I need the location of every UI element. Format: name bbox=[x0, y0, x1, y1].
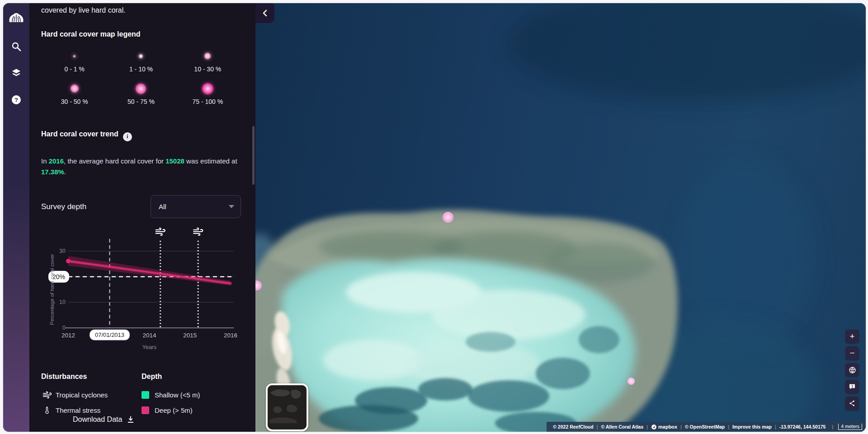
coral-icon bbox=[8, 11, 25, 24]
legend-dot bbox=[204, 53, 211, 59]
cyclone-wind-icon bbox=[41, 390, 53, 400]
survey-site-marker[interactable] bbox=[627, 378, 635, 385]
cyclone-event-icon bbox=[193, 228, 203, 235]
chevron-down-icon bbox=[229, 205, 234, 208]
mapbox-logo-icon bbox=[651, 424, 657, 430]
intro-text: covered by live hard coral. bbox=[41, 6, 126, 14]
legend-item: 30 - 50 % bbox=[41, 79, 108, 111]
map-canvas[interactable]: + − © 2022 ReefCloud|© Allen Coral Atlas… bbox=[255, 3, 866, 432]
disturbances-title: Disturbances bbox=[41, 373, 142, 381]
icon-sidebar: ? bbox=[3, 3, 29, 432]
help-icon[interactable]: ? bbox=[3, 91, 29, 109]
cyclone-event-icon bbox=[156, 228, 165, 235]
legend-dot bbox=[139, 54, 143, 58]
divider: | bbox=[775, 424, 776, 429]
zoom-out-button[interactable]: − bbox=[845, 346, 859, 360]
attribution-link[interactable]: Improve this map bbox=[732, 424, 772, 429]
svg-text:Percentage of hard coral cover: Percentage of hard coral cover bbox=[49, 254, 55, 325]
legend-item: 10 - 30 % bbox=[175, 47, 241, 78]
layers-icon[interactable] bbox=[3, 64, 29, 82]
chevron-left-icon bbox=[262, 9, 268, 17]
legend-dot bbox=[136, 84, 146, 94]
legend-range-label: 30 - 50 % bbox=[61, 98, 88, 105]
feedback-bubble-icon bbox=[849, 383, 856, 390]
legend-item: 0 - 1 % bbox=[41, 47, 108, 78]
legend-range-label: 50 - 75 % bbox=[127, 98, 155, 105]
svg-text:2014: 2014 bbox=[142, 332, 156, 339]
svg-text:2012: 2012 bbox=[61, 332, 75, 339]
survey-depth-value: All bbox=[159, 203, 166, 210]
svg-text:Years: Years bbox=[142, 344, 157, 350]
divider: | bbox=[680, 424, 682, 429]
panel-collapse-button[interactable] bbox=[255, 3, 274, 23]
trend-title-text: Hard coral cover trend bbox=[41, 130, 118, 138]
download-data-button[interactable]: Download Data bbox=[73, 415, 135, 424]
svg-text:07/01/2013: 07/01/2013 bbox=[95, 331, 124, 338]
depth-title: Depth bbox=[142, 373, 200, 381]
chart-legend: Disturbances Tropical cyclones Thermal s… bbox=[41, 373, 245, 418]
download-icon bbox=[127, 415, 135, 424]
deep-swatch bbox=[142, 406, 149, 414]
zoom-in-button[interactable]: + bbox=[845, 330, 859, 343]
info-icon[interactable]: i bbox=[123, 132, 132, 141]
trend-site-id: 15028 bbox=[165, 157, 184, 165]
svg-text:0: 0 bbox=[62, 325, 66, 331]
legend-dot bbox=[71, 84, 79, 93]
divider: | bbox=[832, 424, 833, 429]
legend-dot bbox=[202, 83, 213, 94]
attribution-link[interactable]: © OpenStreetMap bbox=[685, 424, 725, 429]
legend-item: 50 - 75 % bbox=[108, 79, 174, 111]
trend-value: 17.38% bbox=[41, 168, 64, 176]
legend-item-cyclones: Tropical cyclones bbox=[41, 387, 142, 402]
share-icon bbox=[849, 400, 856, 407]
survey-depth-label: Survey depth bbox=[41, 202, 86, 211]
thermometer-icon bbox=[41, 406, 53, 415]
legend-label: Tropical cyclones bbox=[56, 391, 108, 399]
divider: | bbox=[597, 424, 598, 429]
survey-site-marker[interactable] bbox=[443, 212, 453, 223]
map-controls: + − bbox=[845, 330, 859, 410]
trend-summary: In 2016, the average hard coral cover fo… bbox=[41, 156, 242, 177]
svg-text:30: 30 bbox=[59, 248, 66, 254]
app-window: ? covered by live hard coral. Hard coral… bbox=[3, 3, 866, 432]
divider: | bbox=[728, 424, 729, 429]
side-panel: covered by live hard coral. Hard coral c… bbox=[29, 3, 255, 432]
share-button[interactable] bbox=[845, 397, 859, 410]
map-scale: 4 meters bbox=[838, 424, 862, 430]
svg-text:10: 10 bbox=[59, 299, 66, 305]
legend-range-label: 10 - 30 % bbox=[194, 65, 221, 73]
legend-range-label: 75 - 100 % bbox=[192, 98, 223, 105]
attribution-link[interactable]: © 2022 ReefCloud bbox=[553, 424, 593, 429]
legend-label: Deep (> 5m) bbox=[155, 406, 193, 414]
legend-label: Thermal stress bbox=[56, 406, 100, 414]
shallow-swatch bbox=[142, 391, 149, 399]
download-label: Download Data bbox=[73, 415, 122, 424]
legend-item-shallow: Shallow (<5 m) bbox=[142, 387, 200, 402]
panel-scrollbar[interactable] bbox=[252, 126, 255, 185]
reefcloud-logo-icon[interactable] bbox=[3, 9, 29, 27]
globe-button[interactable] bbox=[845, 363, 859, 377]
minimap-world bbox=[268, 385, 303, 426]
svg-text:2016: 2016 bbox=[224, 332, 237, 339]
divider: | bbox=[646, 424, 648, 429]
legend-item: 1 - 10 % bbox=[108, 47, 174, 78]
feedback-button[interactable] bbox=[845, 380, 859, 393]
map-legend-title: Hard coral cover map legend bbox=[41, 30, 141, 38]
legend-item-deep: Deep (> 5m) bbox=[142, 402, 200, 418]
legend-item: 75 - 100 % bbox=[175, 79, 241, 111]
cursor-coordinates: -13.97246, 144.50175 bbox=[779, 424, 826, 429]
attribution-link[interactable]: © Allen Coral Atlas bbox=[601, 424, 643, 429]
legend-label: Shallow (<5 m) bbox=[155, 391, 200, 399]
legend-range-label: 0 - 1 % bbox=[64, 65, 84, 73]
trend-year: 2016 bbox=[49, 157, 64, 165]
globe-icon bbox=[849, 366, 856, 374]
map-attribution: © 2022 ReefCloud|© Allen Coral Atlas|map… bbox=[547, 422, 866, 432]
mapbox-link[interactable]: mapbox bbox=[651, 424, 677, 430]
coral-trend-chart[interactable]: 0103020%201220142015201607/01/2013YearsP… bbox=[47, 215, 242, 355]
trend-title: Hard coral cover trendi bbox=[41, 130, 132, 141]
coral-cover-legend: 0 - 1 %1 - 10 %10 - 30 %30 - 50 %50 - 75… bbox=[41, 47, 241, 111]
svg-text:2015: 2015 bbox=[183, 332, 197, 339]
satellite-imagery bbox=[255, 3, 866, 432]
minimap[interactable] bbox=[266, 383, 308, 431]
search-icon[interactable] bbox=[3, 37, 29, 56]
